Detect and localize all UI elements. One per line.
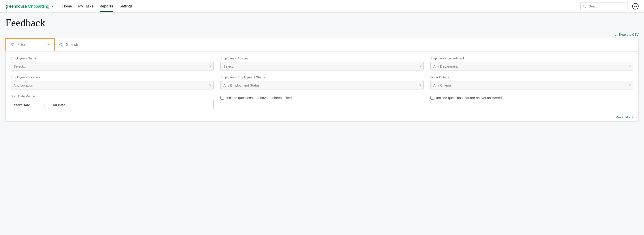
svg-point-0 (583, 5, 585, 7)
select-other-criteria[interactable]: Any Criteria ▾ (430, 81, 634, 90)
avatar-initials: YA (634, 5, 637, 8)
caret-down-icon: ▾ (629, 83, 631, 87)
filter-group-other-criteria: Other Criteria Any Criteria ▾ (430, 76, 634, 90)
select-placeholder: Select... (14, 64, 26, 68)
svg-line-1 (585, 7, 586, 8)
filter-body: Employee's Name Select... ▾ Employee's A… (6, 52, 638, 121)
global-search-input[interactable] (580, 2, 628, 11)
filter-group-checkbox-not-answered: Include questions that are not yet answe… (430, 94, 634, 110)
caret-down-icon: ▾ (209, 83, 211, 87)
arrow-right-icon (41, 103, 46, 106)
filter-group-employee-department: Employee's Department Any Department ▾ (430, 57, 634, 71)
top-nav: greenhouse Onboarding Home My Tasks Repo… (0, 0, 644, 13)
filter-grid: Employee's Name Select... ▾ Employee's A… (10, 57, 634, 110)
filter-group-checkbox-not-asked: Include questions that have not been ask… (220, 94, 424, 110)
checkbox-icon (220, 96, 224, 100)
export-row: Export to CSV (0, 29, 644, 38)
label-employee-name: Employee's Name (10, 57, 214, 60)
select-placeholder: Select... (223, 64, 236, 68)
select-placeholder: Any Location (14, 83, 33, 87)
global-search (580, 2, 628, 11)
logo-text-product: Onboarding (28, 4, 49, 9)
caret-down-icon: ▾ (419, 83, 421, 87)
funnel-icon (10, 43, 14, 47)
chevron-down-icon (51, 5, 54, 8)
end-date-label: End Date (50, 103, 65, 107)
caret-down-icon: ▾ (209, 64, 211, 68)
label-employee-answer: Employee's Answer (220, 57, 424, 60)
search-icon (59, 43, 63, 47)
page-title: Feedback (6, 17, 638, 29)
logo-text-brand: greenhouse (6, 4, 27, 9)
select-employee-name[interactable]: Select... ▾ (10, 62, 214, 71)
select-employee-answer[interactable]: Select... ▾ (220, 62, 424, 71)
panel-search (55, 40, 638, 49)
export-csv-button[interactable]: Export to CSV (614, 33, 638, 36)
user-avatar[interactable]: YA (632, 3, 638, 10)
filter-toggle-button[interactable]: Filter (6, 38, 55, 51)
start-date-label: Start Date (14, 103, 36, 107)
select-placeholder: Any Criteria (433, 83, 451, 87)
download-icon (614, 33, 617, 36)
filter-group-start-date-range: Start Date Range Start Date End Date (10, 94, 214, 110)
export-csv-label: Export to CSV (618, 33, 638, 36)
label-other-criteria: Other Criteria (430, 76, 634, 79)
filter-toggle-label: Filter (18, 43, 43, 47)
caret-down-icon: ▾ (419, 64, 421, 68)
checkbox-include-not-answered[interactable]: Include questions that are not yet answe… (430, 94, 634, 100)
filter-group-employment-status: Employee's Employment Status Any Employm… (220, 76, 424, 90)
nav-reports[interactable]: Reports (100, 1, 113, 12)
filter-group-employee-answer: Employee's Answer Select... ▾ (220, 57, 424, 71)
filter-group-employee-name: Employee's Name Select... ▾ (10, 57, 214, 71)
filter-group-employee-location: Employee's Location Any Location ▾ (10, 76, 214, 90)
caret-down-icon: ▾ (629, 64, 631, 68)
nav-right: YA (580, 2, 638, 11)
nav-my-tasks[interactable]: My Tasks (78, 1, 93, 12)
select-employment-status[interactable]: Any Employment Status ▾ (220, 81, 424, 90)
date-range-input[interactable]: Start Date End Date (10, 100, 214, 110)
label-employee-location: Employee's Location (10, 76, 214, 79)
checkbox-label: Include questions that are not yet answe… (436, 96, 502, 100)
label-start-date-range: Start Date Range (10, 94, 214, 98)
label-employment-status: Employee's Employment Status (220, 76, 424, 79)
nav-settings[interactable]: Settings (120, 1, 132, 12)
reset-row: Reset filters (10, 110, 634, 119)
search-icon (582, 5, 586, 8)
label-employee-department: Employee's Department (430, 57, 634, 60)
filter-panel: Filter Employee's Name Select... ▾ E (6, 38, 638, 122)
page-header: Feedback (0, 13, 644, 29)
select-employee-department[interactable]: Any Department ▾ (430, 62, 634, 71)
svg-line-4 (62, 45, 63, 46)
panel-search-input[interactable] (66, 40, 638, 49)
filter-panel-header: Filter (6, 38, 638, 52)
svg-point-3 (60, 43, 62, 46)
checkbox-include-not-asked[interactable]: Include questions that have not been ask… (220, 94, 424, 100)
select-placeholder: Any Employment Status (223, 83, 260, 87)
app-logo[interactable]: greenhouse Onboarding (6, 4, 54, 9)
nav-links: Home My Tasks Reports Settings (62, 1, 132, 12)
svg-marker-2 (10, 43, 14, 46)
nav-home[interactable]: Home (62, 1, 72, 12)
chevron-up-icon (46, 43, 50, 47)
reset-filters-button[interactable]: Reset filters (616, 115, 634, 119)
checkbox-label: Include questions that have not been ask… (226, 96, 292, 100)
select-placeholder: Any Department (433, 64, 458, 68)
select-employee-location[interactable]: Any Location ▾ (10, 81, 214, 90)
checkbox-icon (430, 96, 434, 100)
